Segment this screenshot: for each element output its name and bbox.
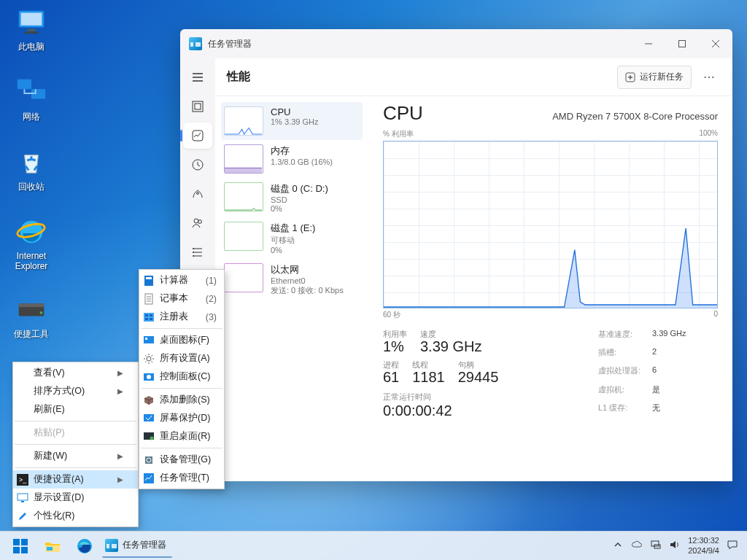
cpu-title: CPU <box>383 102 423 125</box>
stat-threads: 1181 <box>412 369 445 386</box>
ctx-view[interactable]: 查看(V)▶ <box>13 364 138 382</box>
box-icon <box>143 394 155 406</box>
desktop-icon-tools[interactable]: 便捷工具 <box>4 292 59 341</box>
desktop-icon-ie[interactable]: Internet Explorer <box>4 214 59 271</box>
maximize-button[interactable] <box>665 29 699 58</box>
sub-deskicons[interactable]: 桌面图标(F) <box>139 331 224 349</box>
svg-rect-3 <box>24 31 38 34</box>
sub-control[interactable]: 控制面板(C) <box>139 368 224 386</box>
screen-icon <box>143 413 155 424</box>
resource-disk1[interactable]: 磁盘 1 (E:)可移动0% <box>221 217 363 259</box>
tray-network-icon[interactable] <box>650 539 662 553</box>
titlebar[interactable]: 任务管理器 <box>180 29 732 58</box>
chip-icon <box>143 454 155 466</box>
resource-disk0[interactable]: 磁盘 0 (C: D:)SSD0% <box>221 178 363 217</box>
cpu-chart[interactable] <box>383 141 718 308</box>
desktop-icon-thispc[interactable]: 此电脑 <box>4 4 59 53</box>
svg-rect-24 <box>225 168 262 173</box>
svg-point-19 <box>193 248 194 249</box>
regedit-icon <box>143 311 155 323</box>
trash-icon <box>14 144 49 179</box>
taskbar-task-manager[interactable]: 任务管理器 <box>102 534 172 558</box>
desktop-icon-label: 便捷工具 <box>14 329 49 339</box>
edge-button[interactable] <box>69 532 101 561</box>
shortcut-submenu: 计算器(1) 记事本(2) 注册表(3) 桌面图标(F) 所有设置(A) 控制面… <box>139 269 225 489</box>
sub-taskmgr[interactable]: 任务管理(T) <box>139 469 224 487</box>
svg-rect-51 <box>21 539 28 545</box>
desktop-icon-label: 此电脑 <box>18 42 44 52</box>
ctx-refresh[interactable]: 刷新(E) <box>13 400 138 419</box>
ctx-personalize[interactable]: 个性化(R) <box>13 507 138 525</box>
svg-rect-52 <box>13 547 20 553</box>
nav-performance[interactable] <box>183 122 212 149</box>
sub-settings[interactable]: 所有设置(A) <box>139 349 224 368</box>
resource-list: CPU1% 3.39 GHz 内存1.3/8.0 GB (16%) 磁盘 0 (… <box>215 96 368 481</box>
minimize-button[interactable] <box>632 29 665 58</box>
svg-rect-37 <box>145 318 148 320</box>
svg-rect-1 <box>21 13 42 26</box>
nav-processes[interactable] <box>183 93 212 120</box>
svg-rect-14 <box>193 131 203 141</box>
restart-icon <box>143 431 155 443</box>
ctx-shortcut-settings[interactable]: >_便捷设置(A)▶ <box>13 470 138 489</box>
svg-rect-55 <box>47 547 53 551</box>
resource-memory[interactable]: 内存1.3/8.0 GB (16%) <box>221 140 363 178</box>
calc-icon <box>143 275 155 287</box>
stat-processes: 61 <box>383 369 399 386</box>
gear-icon <box>143 353 155 365</box>
run-new-task-button[interactable]: 运行新任务 <box>617 66 692 89</box>
window-title: 任务管理器 <box>208 38 252 50</box>
sub-addremove[interactable]: 添加删除(S) <box>139 391 224 409</box>
sub-devmgr[interactable]: 设备管理(G) <box>139 451 224 469</box>
resource-cpu[interactable]: CPU1% 3.39 GHz <box>221 102 363 140</box>
desktop-icon-network[interactable]: 网络 <box>4 74 59 123</box>
nav-menu-button[interactable] <box>183 64 212 90</box>
sub-restart-desktop[interactable]: 重启桌面(R) <box>139 427 224 446</box>
svg-rect-40 <box>145 338 147 340</box>
tray-volume-icon[interactable] <box>669 539 681 553</box>
close-button[interactable] <box>699 29 732 58</box>
taskbar: 任务管理器 12:30:32 2024/9/4 <box>0 531 747 560</box>
start-button[interactable] <box>4 532 36 561</box>
pc-icon <box>14 4 49 39</box>
ctx-sort[interactable]: 排序方式(O)▶ <box>13 382 138 400</box>
svg-rect-36 <box>150 314 152 316</box>
cmd-icon: >_ <box>17 474 28 486</box>
svg-rect-9 <box>19 303 44 307</box>
network-icon <box>14 74 49 109</box>
svg-rect-12 <box>193 101 203 112</box>
desktop-icon-label: 回收站 <box>18 182 44 192</box>
svg-point-17 <box>194 219 198 223</box>
run-icon <box>625 72 635 82</box>
nav-apphistory[interactable] <box>183 152 212 178</box>
tray-clock[interactable]: 12:30:32 2024/9/4 <box>688 536 719 555</box>
ctx-display-settings[interactable]: 显示设置(D) <box>13 489 138 507</box>
nav-startup[interactable] <box>183 181 212 207</box>
svg-point-20 <box>193 252 194 253</box>
ctx-new[interactable]: 新建(W)▶ <box>13 447 138 465</box>
tray-chevron-up-icon[interactable] <box>612 539 624 553</box>
nav-users[interactable] <box>183 210 212 236</box>
note-icon <box>143 293 155 305</box>
svg-rect-34 <box>144 313 154 322</box>
nav-details[interactable] <box>183 239 212 265</box>
sub-regedit[interactable]: 注册表(3) <box>139 308 224 326</box>
desktop-icon-recycle[interactable]: 回收站 <box>4 144 59 193</box>
stat-utilization: 1% <box>383 338 407 355</box>
stat-handles: 29445 <box>458 369 499 386</box>
sub-calc[interactable]: 计算器(1) <box>139 271 224 289</box>
tray-notifications-icon[interactable] <box>727 539 738 553</box>
desktop-icon-label: Internet Explorer <box>15 251 48 271</box>
more-button[interactable]: ⋯ <box>697 66 721 89</box>
app-icon <box>105 539 118 552</box>
resource-ethernet[interactable]: 以太网Ethernet0发送: 0 接收: 0 Kbps <box>221 259 363 300</box>
sub-notepad[interactable]: 记事本(2) <box>139 289 224 308</box>
svg-rect-2 <box>27 29 36 32</box>
svg-rect-32 <box>146 277 152 279</box>
sub-screensaver[interactable]: 屏幕保护(D) <box>139 409 224 427</box>
chart-icon <box>143 472 155 484</box>
ctx-paste: 粘贴(P) <box>13 424 138 442</box>
tray-onedrive-icon[interactable] <box>631 539 643 553</box>
explorer-button[interactable] <box>36 532 69 561</box>
svg-text:>_: >_ <box>19 476 27 483</box>
